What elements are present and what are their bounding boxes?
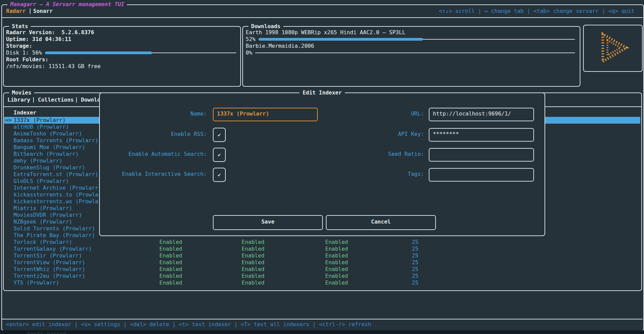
table-row[interactable]: Torrentz2eu (Prowlarr)EnabledEnabledEnab… — [4, 273, 640, 279]
servarr-tabbar: Radarr Sonarr <↑↓> scroll | ↔ change tab… — [0, 8, 644, 15]
indexer-name: TorrentWhiz (Prowlarr) — [14, 266, 85, 273]
checkmark-icon: ✔ — [218, 172, 221, 178]
edit-indexer-modal: Edit Indexer Name: 1337x (Prowlarr) Enab… — [99, 92, 545, 236]
rss-status: Enabled — [159, 266, 182, 273]
table-row[interactable]: YTS (Prowlarr)EnabledEnabledEnabled25 — [4, 279, 640, 286]
indexer-name: GloDLS (Prowlarr) — [14, 178, 69, 185]
name-input[interactable]: 1337x (Prowlarr) — [213, 108, 318, 121]
radarr-version: Radarr Version: 5.2.6.8376 — [6, 29, 94, 36]
tags-input[interactable] — [429, 168, 534, 182]
table-row[interactable]: TorrentView (Prowlarr)EnabledEnabledEnab… — [4, 259, 640, 266]
logo-panel — [583, 25, 643, 72]
indexer-name: AnimeTosho (Prowlarr) — [14, 130, 82, 137]
selection-prefix-icon: => — [5, 117, 12, 124]
automatic-search-status: Enabled — [242, 259, 264, 266]
rss-status: Enabled — [159, 279, 182, 286]
tabbar-divider — [1, 17, 643, 18]
disk-usage-bar — [45, 49, 236, 56]
download-progress-bar — [259, 36, 575, 43]
automatic-search-status: Enabled — [242, 246, 264, 252]
tab-sonarr[interactable]: Sonarr — [33, 8, 53, 15]
root-folders-heading: Root Folders: — [6, 56, 48, 63]
stats-panel: Stats Radarr Version: 5.2.6.8376 Uptime:… — [3, 26, 241, 87]
indexer-name: Solid Torrents (Prowlarr) — [14, 225, 95, 232]
downloads-list: Earth 1998 1080p WEBRip x265 Hindi AAC2.… — [243, 27, 580, 86]
enable-automatic-search-checkbox[interactable]: ✔ — [213, 148, 226, 162]
download-progress-row: 0% — [246, 49, 576, 56]
indexer-name: kickasstorrents.ws (Prowlarr) — [14, 198, 108, 205]
top-keybind-hints: <↑↓> scroll | ↔ change tab | <tab> chang… — [439, 8, 635, 15]
modal-title: Edit Indexer — [299, 89, 345, 97]
download-progress-bar — [255, 49, 575, 56]
rss-status: Enabled — [159, 252, 182, 259]
app-title: Managarr – A Servarr management TUI — [7, 1, 127, 8]
indexer-name: BitSearch (Prowlarr) — [14, 151, 79, 158]
indexer-name: dmhy (Prowlarr) — [14, 158, 63, 164]
table-row[interactable]: TorrentGalaxy (Prowlarr)EnabledEnabledEn… — [4, 246, 640, 252]
indexer-name: The Pirate Bay (Prowlarr) — [14, 232, 95, 239]
interactive-search-status: Enabled — [325, 239, 348, 246]
indexer-name: 1337x (Prowlarr) — [14, 117, 66, 124]
managarr-play-logo-icon — [594, 31, 632, 66]
table-row[interactable]: TorrentWhiz (Prowlarr)EnabledEnabledEnab… — [4, 266, 640, 273]
tags-label: Tags: — [323, 171, 424, 178]
tab-radarr[interactable]: Radarr — [6, 8, 26, 15]
automatic-search-status: Enabled — [242, 239, 264, 246]
priority-value: 25 — [412, 239, 418, 246]
api-key-label: API Key: — [323, 131, 424, 138]
download-percent-label: 52% — [246, 36, 256, 43]
priority-value: 25 — [412, 266, 418, 273]
priority-value: 25 — [412, 252, 418, 259]
clipped-status-text: tests passed — [27, 331, 66, 334]
priority-value: 25 — [412, 279, 418, 286]
interactive-search-status: Enabled — [325, 266, 348, 273]
api-key-input[interactable]: ******** — [429, 128, 534, 142]
download-percent-label: 0% — [246, 49, 252, 56]
root-folder-free-space: /nfs/movies: 11511.43 GB free — [6, 63, 101, 70]
url-label: URL: — [323, 110, 424, 117]
clipped-terminal-line: tests passed — [0, 330, 644, 334]
enable-rss-checkbox[interactable]: ✔ — [213, 128, 226, 142]
bottom-keybind-bar: <enter> edit indexer | <s> settings | <d… — [1, 319, 643, 330]
cancel-button[interactable]: Cancel — [326, 215, 436, 230]
indexer-name: NZBgeek (Prowlarr) — [14, 218, 72, 225]
uptime: Uptime: 31d 04:36:11 — [6, 36, 71, 43]
indexer-name: ExtraTorrent.st (Prowlarr) — [14, 171, 98, 178]
table-row[interactable]: TorrentSir (Prowlarr)EnabledEnabledEnabl… — [4, 252, 640, 259]
indexer-name: DrunkenSlug (Prowlarr) — [14, 164, 85, 171]
checkmark-icon: ✔ — [218, 132, 221, 138]
disk-usage-row: Disk 1: 56% — [6, 49, 238, 56]
automatic-search-status: Enabled — [242, 266, 264, 273]
automatic-search-status: Enabled — [242, 279, 264, 286]
bottom-keybind-hints: <enter> edit indexer | <s> settings | <d… — [6, 321, 371, 328]
checkmark-icon: ✔ — [218, 152, 221, 158]
enable-interactive-search-checkbox[interactable]: ✔ — [213, 168, 226, 182]
enable-automatic-search-label: Enable Automatic Search: — [101, 151, 207, 158]
save-button[interactable]: Save — [213, 215, 323, 230]
indexer-name: Badass Torrents (Prowlarr) — [14, 137, 98, 144]
indexer-name: Bangumi Moe (Prowlarr) — [14, 144, 85, 151]
downloads-panel: Downloads Earth 1998 1080p WEBRip x265 H… — [242, 26, 580, 87]
indexer-name: kickasstorrents.to (Prowlarr) — [14, 191, 108, 198]
url-input[interactable]: http://localhost:9696/1/ — [429, 108, 534, 121]
download-item-name: Barbie.Mermaidia.2006 — [246, 43, 576, 49]
download-item-name: Earth 1998 1080p WEBRip x265 Hindi AAC2.… — [246, 29, 576, 36]
priority-value: 25 — [412, 259, 418, 266]
name-label: Name: — [101, 110, 207, 117]
disk-usage-label: Disk 1: 56% — [6, 49, 42, 56]
indexer-name: Internet Archive (Prowlarr) — [14, 185, 102, 191]
interactive-search-status: Enabled — [325, 273, 348, 279]
seed-ratio-input[interactable] — [429, 148, 534, 162]
table-row[interactable]: Torlock (Prowlarr)EnabledEnabledEnabled2… — [4, 239, 640, 246]
indexer-name: TorrentSir (Prowlarr) — [14, 252, 82, 259]
indexer-name: Miatrix (Prowlarr) — [14, 205, 72, 212]
indexer-name: MoviesDVDR (Prowlarr) — [14, 212, 82, 218]
download-progress-row: 52% — [246, 36, 576, 43]
seed-ratio-label: Seed Ratio: — [323, 151, 424, 158]
interactive-search-status: Enabled — [325, 246, 348, 252]
priority-value: 25 — [412, 246, 418, 252]
indexer-name: Torrentz2eu (Prowlarr) — [14, 273, 85, 279]
indexer-name: altHUB (Prowlarr) — [14, 124, 69, 130]
interactive-search-status: Enabled — [325, 252, 348, 259]
indexer-name: TorrentView (Prowlarr) — [14, 259, 85, 266]
